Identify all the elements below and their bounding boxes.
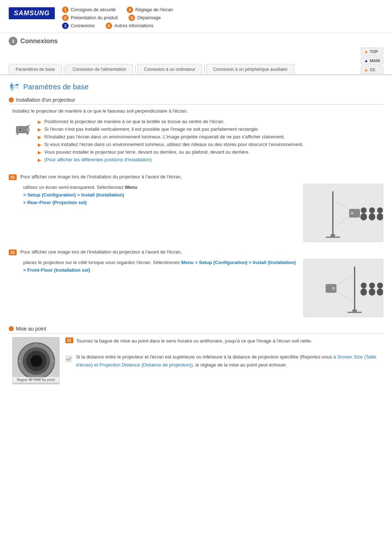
bullet-list: ▶ Positionnez le projecteur de manière à…: [38, 119, 383, 165]
instr1-text3: > Rear-Floor (Projection sol): [23, 200, 87, 205]
mise-para2-pre: Si la distance entre le projecteur et l'…: [76, 354, 333, 360]
intro-text: Installez le projecteur de manière à ce …: [12, 108, 383, 114]
note-text-1: Pour afficher une image lors de l'instal…: [20, 174, 182, 179]
nav-label-4: Réglage de l'écran: [135, 7, 173, 12]
main-content: Paramètres de base Installation d'un pro…: [0, 75, 392, 392]
mise-para1: Tournez la bague de mise au point dans l…: [76, 337, 312, 345]
bullet-text-5: Vous pouvez installer le projecteur par …: [44, 149, 250, 155]
tab-parametres[interactable]: Paramètres de base: [9, 64, 62, 74]
mise-text-block: 01 Tournez la bague de mise au point dan…: [65, 337, 383, 384]
svg-point-13: [350, 211, 354, 215]
bullet-text-2: Si l'écran n'est pas installé verticalem…: [44, 126, 259, 132]
mise-image: Bague de mise au point: [12, 337, 60, 384]
nav-item-6[interactable]: 6 Autres informations: [106, 23, 154, 29]
svg-point-17: [369, 207, 375, 213]
bullet-text-6: (Pour afficher les différentes positions…: [44, 157, 152, 162]
svg-rect-5: [17, 133, 18, 135]
bullet-arrow-1: ▶: [38, 119, 41, 125]
cc-arrow-icon: ▲: [364, 67, 368, 72]
tabs-bar: Paramètres de base | Connexion de l'alim…: [0, 45, 392, 75]
bullet-arrow-2: ▶: [38, 127, 41, 132]
nav-num-4: 4: [127, 7, 133, 13]
mise-content: Bague de mise au point 01 Tournez la bag…: [12, 337, 383, 384]
instr1-bold1: Menu: [125, 185, 137, 190]
mise-heading-dot: [9, 326, 14, 331]
svg-point-14: [360, 213, 367, 220]
nav-row-3: 3 Connexions 6 Autres informations: [62, 23, 383, 29]
nav-num-1: 1: [62, 7, 69, 13]
svg-rect-0: [9, 88, 19, 88]
nav-item-3[interactable]: 3 Connexions: [62, 23, 95, 29]
nav-label-5: Dépannage: [137, 15, 161, 20]
nav-item-4[interactable]: 4 Réglage de l'écran: [127, 7, 173, 13]
bullet-item-3: ▶ N'installez pas l'écran dans un enviro…: [38, 134, 383, 140]
nav-label-6: Autres informations: [114, 23, 154, 28]
bullet-arrow-5: ▶: [38, 150, 41, 155]
page-heading: Paramètres de base: [9, 82, 383, 91]
nav-num-6: 6: [106, 23, 112, 29]
main-arrow-icon: ▲: [364, 58, 368, 63]
tab-connexion-peripherique[interactable]: Connexion à un périphérique auxiliaire: [206, 64, 294, 74]
mise-section: Mise au point: [9, 326, 383, 384]
nav-menu: 1 Consignes de sécurité 4 Réglage de l'é…: [62, 7, 383, 29]
svg-rect-4: [27, 128, 30, 131]
instruction-image-2: [303, 259, 383, 317]
nav-num-5: 5: [128, 15, 135, 21]
mise-para2-post: , le réglage de la mise au point peut éc…: [193, 362, 287, 368]
tab-connexion-ordinateur[interactable]: Connexion à un ordinateur: [137, 64, 202, 74]
sub-heading-install: Installation d'un projecteur: [9, 97, 383, 105]
svg-point-32: [377, 288, 383, 296]
bullet-text-1: Positionnez le projecteur de manière à c…: [44, 119, 225, 124]
svg-point-19: [377, 207, 383, 213]
svg-point-31: [369, 283, 375, 288]
tab-sep-1: |: [62, 65, 66, 73]
projector-icon: [14, 120, 33, 139]
note-badge-2: 02: [9, 250, 17, 255]
main-label: MAIN: [370, 58, 380, 63]
svg-rect-21: [326, 236, 340, 238]
sub-heading-mise: Mise au point: [9, 326, 383, 333]
instruction-text-1: utilisez un écran semi-transparent. Séle…: [23, 184, 296, 242]
svg-point-29: [361, 283, 367, 288]
bullet-item-6[interactable]: ▶ (Pour afficher les différentes positio…: [38, 157, 383, 163]
top-button[interactable]: ▲ TOP: [361, 48, 383, 56]
nav-num-3: 3: [62, 23, 69, 29]
nav-label-2: Présentation du produit: [71, 15, 118, 20]
svg-rect-35: [347, 312, 362, 313]
tab-sep-3: |: [203, 65, 206, 73]
top-label: TOP: [370, 49, 378, 54]
settings-icon: [9, 82, 20, 91]
install-heading-dot: [9, 97, 14, 102]
bullet-text-4: Si vous installez l'écran dans un enviro…: [44, 142, 303, 147]
install-heading-text: Installation d'un projecteur: [16, 97, 75, 103]
nav-row-2: 2 Présentation du produit 5 Dépannage: [62, 15, 383, 21]
nav-item-1[interactable]: 1 Consignes de sécurité: [62, 7, 116, 13]
side-buttons: ▲ TOP ▲ MAIN ▲ CC: [361, 48, 383, 74]
tab-sep-2: |: [134, 65, 137, 73]
bullet-arrow-4: ▶: [38, 142, 41, 147]
instr1-text1: utilisez un écran semi-transparent. Séle…: [23, 185, 125, 190]
note-badge-1: 01: [9, 174, 17, 180]
note-box-2: 02 Pour afficher une image lors de l'ins…: [9, 249, 383, 255]
bullet-arrow-3: ▶: [38, 134, 41, 140]
section-header: 3 Connexions: [0, 33, 392, 45]
mise-para2: Si la distance entre le projecteur et l'…: [76, 353, 383, 369]
bullet-arrow-6: ▶: [38, 157, 41, 163]
nav-item-2[interactable]: 2 Présentation du produit: [62, 15, 118, 21]
projector-icon-wrap: [14, 120, 33, 140]
section-title-text: Connexions: [20, 37, 58, 45]
section-title: 3 Connexions: [9, 37, 58, 45]
top-arrow-icon: ▲: [364, 49, 368, 54]
bullet-item-5: ▶ Vous pouvez installer le projecteur pa…: [38, 149, 383, 155]
nav-item-5[interactable]: 5 Dépannage: [128, 15, 161, 21]
mise-heading-text: Mise au point: [16, 326, 46, 332]
svg-point-40: [30, 355, 42, 367]
tab-connexion-alimentation[interactable]: Connexion de l'alimentation: [66, 64, 133, 74]
main-button[interactable]: ▲ MAIN: [361, 57, 383, 65]
front-projection-svg: [304, 259, 383, 317]
samsung-logo: SAMSUNG: [9, 7, 55, 19]
instruction-text-2: placez le projecteur sur le côté lorsque…: [23, 259, 296, 317]
cc-button[interactable]: ▲ CC: [361, 66, 383, 74]
svg-point-18: [377, 213, 383, 220]
svg-point-30: [369, 288, 375, 296]
